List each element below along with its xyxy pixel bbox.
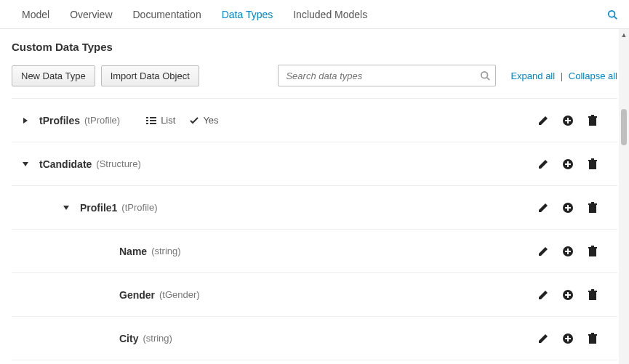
svg-rect-27 bbox=[591, 202, 594, 203]
svg-rect-8 bbox=[146, 123, 148, 124]
tab-bar: Model Overview Documentation Data Types … bbox=[0, 0, 629, 29]
type-kind: (tProfile) bbox=[121, 202, 157, 213]
search-icon bbox=[480, 70, 490, 81]
edit-icon[interactable] bbox=[537, 158, 549, 170]
add-icon[interactable] bbox=[562, 202, 574, 214]
expand-collapse-links: Expand all | Collapse all bbox=[510, 70, 617, 81]
svg-point-2 bbox=[481, 72, 488, 78]
svg-rect-42 bbox=[565, 338, 571, 339]
toolbar: New Data Type Import Data Object Expand … bbox=[12, 65, 617, 86]
svg-rect-36 bbox=[565, 294, 571, 296]
svg-rect-15 bbox=[591, 115, 594, 116]
type-kind: (string) bbox=[151, 246, 180, 256]
svg-point-0 bbox=[609, 10, 615, 17]
svg-rect-20 bbox=[588, 160, 597, 161]
svg-rect-30 bbox=[565, 251, 571, 252]
scroll-up-arrow[interactable]: ▲ bbox=[619, 29, 629, 41]
tab-included-models[interactable]: Included Models bbox=[283, 0, 377, 28]
type-name: Profile1 bbox=[80, 202, 117, 214]
edit-icon[interactable] bbox=[537, 289, 549, 301]
data-type-list: tProfiles (tProfile) List Yes bbox=[12, 98, 617, 364]
add-icon[interactable] bbox=[562, 289, 574, 301]
search-input[interactable] bbox=[278, 65, 496, 86]
delete-icon[interactable] bbox=[587, 246, 598, 257]
type-name: Name bbox=[119, 246, 147, 257]
list-item: Gender (tGender) bbox=[12, 273, 617, 317]
list-item: Name (string) bbox=[12, 230, 617, 273]
svg-rect-31 bbox=[589, 248, 596, 256]
list-icon bbox=[146, 116, 156, 125]
svg-line-1 bbox=[614, 16, 617, 19]
svg-rect-44 bbox=[588, 334, 597, 336]
list-item: Profile1 (tProfile) bbox=[12, 186, 617, 230]
edit-icon[interactable] bbox=[537, 246, 549, 257]
svg-rect-39 bbox=[591, 289, 594, 291]
svg-rect-37 bbox=[589, 292, 596, 300]
type-kind: (string) bbox=[143, 333, 172, 344]
type-kind: (tGender) bbox=[159, 289, 200, 300]
svg-rect-26 bbox=[588, 203, 597, 205]
svg-rect-33 bbox=[591, 246, 594, 247]
add-icon[interactable] bbox=[562, 158, 574, 170]
list-label: List bbox=[161, 115, 175, 126]
add-icon[interactable] bbox=[562, 333, 574, 344]
type-name: Gender bbox=[119, 289, 155, 301]
delete-icon[interactable] bbox=[587, 115, 598, 126]
type-name: tProfiles bbox=[39, 115, 80, 126]
collapse-all-link[interactable]: Collapse all bbox=[569, 70, 617, 81]
type-kind: (Structure) bbox=[96, 158, 140, 169]
delete-icon[interactable] bbox=[587, 202, 598, 214]
edit-icon[interactable] bbox=[537, 115, 549, 126]
svg-rect-32 bbox=[588, 247, 597, 248]
list-item: tProfiles (tProfile) List Yes bbox=[12, 99, 617, 142]
svg-rect-12 bbox=[565, 120, 571, 121]
delete-icon[interactable] bbox=[587, 158, 598, 170]
delete-icon[interactable] bbox=[587, 289, 598, 301]
svg-rect-14 bbox=[588, 116, 597, 118]
list-item: tCandidate (Structure) bbox=[12, 142, 617, 186]
scrollbar[interactable]: ▲ bbox=[619, 29, 629, 364]
edit-icon[interactable] bbox=[537, 202, 549, 214]
tab-data-types[interactable]: Data Types bbox=[212, 0, 284, 28]
list-item: City (string) bbox=[12, 317, 617, 360]
add-icon[interactable] bbox=[562, 115, 574, 126]
svg-rect-24 bbox=[565, 207, 571, 209]
svg-rect-4 bbox=[146, 117, 148, 118]
svg-line-3 bbox=[487, 78, 490, 81]
type-name: tCandidate bbox=[39, 158, 92, 170]
svg-rect-19 bbox=[589, 161, 596, 169]
svg-rect-45 bbox=[591, 333, 594, 334]
scroll-thumb[interactable] bbox=[621, 109, 627, 145]
svg-rect-43 bbox=[589, 336, 596, 344]
chevron-down-icon[interactable] bbox=[22, 161, 39, 168]
delete-icon[interactable] bbox=[587, 333, 598, 344]
tab-overview[interactable]: Overview bbox=[60, 0, 122, 28]
chevron-right-icon[interactable] bbox=[22, 117, 39, 124]
svg-rect-5 bbox=[150, 117, 156, 118]
type-kind: (tProfile) bbox=[84, 115, 120, 126]
yes-label: Yes bbox=[203, 115, 218, 126]
search-wrap bbox=[278, 65, 496, 86]
expand-all-link[interactable]: Expand all bbox=[510, 70, 555, 81]
svg-rect-9 bbox=[150, 123, 156, 124]
svg-rect-18 bbox=[565, 163, 571, 165]
global-search-icon[interactable] bbox=[607, 9, 617, 20]
svg-rect-21 bbox=[591, 158, 594, 160]
svg-rect-38 bbox=[588, 291, 597, 292]
tab-documentation[interactable]: Documentation bbox=[123, 0, 212, 28]
add-icon[interactable] bbox=[562, 246, 574, 257]
link-separator: | bbox=[558, 70, 566, 81]
svg-rect-7 bbox=[150, 120, 156, 121]
check-icon bbox=[190, 117, 199, 124]
edit-icon[interactable] bbox=[537, 333, 549, 344]
chevron-down-icon[interactable] bbox=[63, 204, 80, 211]
new-data-type-button[interactable]: New Data Type bbox=[12, 65, 95, 86]
type-name: City bbox=[119, 333, 138, 344]
svg-rect-25 bbox=[589, 205, 596, 213]
svg-rect-6 bbox=[146, 120, 148, 121]
tab-model[interactable]: Model bbox=[12, 0, 60, 28]
import-data-object-button[interactable]: Import Data Object bbox=[101, 65, 199, 86]
page-title: Custom Data Types bbox=[12, 41, 617, 53]
svg-rect-13 bbox=[589, 118, 596, 126]
